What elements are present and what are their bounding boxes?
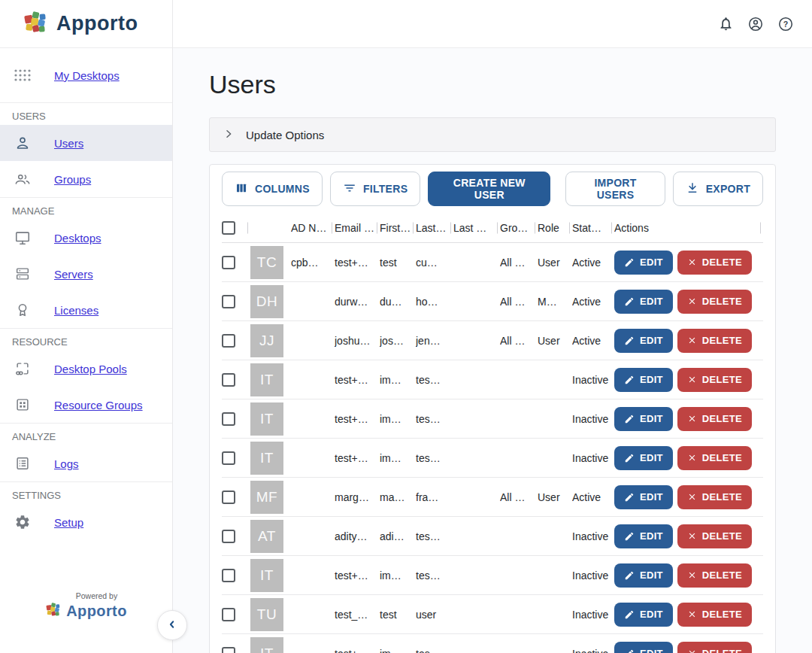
delete-button[interactable]: DELETE (677, 524, 752, 548)
delete-button[interactable]: DELETE (677, 407, 752, 431)
delete-button[interactable]: DELETE (677, 251, 752, 275)
sidebar-item-groups[interactable]: Groups (0, 161, 172, 197)
sidebar-link-logs[interactable]: Logs (54, 457, 79, 470)
row-checkbox[interactable] (222, 256, 235, 269)
sidebar-collapse-button[interactable] (157, 610, 187, 640)
row-checkbox[interactable] (222, 412, 235, 426)
table-row: ITtest+…im…tes…InactiveEDITDELETE (222, 556, 763, 595)
edit-button[interactable]: EDIT (614, 603, 673, 627)
table-row: TCcpb…test+…testcu…All …UserActiveEDITDE… (222, 243, 763, 282)
sidebar-link-desktops[interactable]: Desktops (54, 232, 102, 244)
row-checkbox[interactable] (222, 491, 235, 504)
sidebar-link-resource-groups[interactable]: Resource Groups (54, 399, 143, 412)
header-last-name[interactable]: Last… (416, 222, 453, 234)
sidebar-link-users[interactable]: Users (54, 137, 83, 150)
delete-button[interactable]: DELETE (677, 485, 752, 509)
cell-role: M… (538, 296, 572, 308)
row-checkbox[interactable] (222, 295, 235, 308)
delete-button[interactable]: DELETE (677, 329, 752, 353)
delete-button[interactable]: DELETE (677, 603, 752, 627)
cell-status: Inactive (572, 452, 614, 464)
create-new-user-button[interactable]: CREATE NEW USER (428, 172, 550, 206)
delete-button[interactable]: DELETE (677, 563, 752, 588)
sidebar-link-setup[interactable]: Setup (54, 516, 83, 529)
help-button[interactable]: ? (774, 13, 797, 35)
edit-button[interactable]: EDIT (614, 251, 673, 275)
delete-button[interactable]: DELETE (677, 290, 752, 314)
sidebar: Apporto My Desktops USERS (0, 0, 173, 653)
select-all-checkbox[interactable] (222, 221, 235, 235)
header-ad-name[interactable]: AD N… (291, 222, 335, 234)
pencil-icon (624, 257, 635, 268)
sidebar-link-groups[interactable]: Groups (54, 173, 91, 186)
gear-icon (14, 513, 32, 531)
delete-button[interactable]: DELETE (677, 446, 752, 470)
sidebar-item-setup[interactable]: Setup (0, 504, 172, 540)
cell-actions: EDITDELETE (614, 368, 763, 392)
edit-button[interactable]: EDIT (614, 329, 673, 353)
avatar-cell: MF (250, 481, 291, 514)
sidebar-item-servers[interactable]: Servers (0, 256, 172, 292)
cell-last-name: jen… (416, 335, 453, 347)
edit-button[interactable]: EDIT (614, 485, 673, 509)
row-checkbox[interactable] (222, 569, 235, 582)
delete-button[interactable]: DELETE (677, 368, 752, 392)
sidebar-item-desktops[interactable]: Desktops (0, 220, 172, 256)
edit-button[interactable]: EDIT (614, 446, 673, 470)
edit-button[interactable]: EDIT (614, 290, 673, 314)
sidebar-item-my-desktops[interactable]: My Desktops (0, 48, 172, 102)
x-icon (687, 414, 697, 424)
row-checkbox[interactable] (222, 373, 235, 387)
cell-groups: All … (500, 296, 538, 308)
edit-button[interactable]: EDIT (614, 524, 673, 548)
sidebar-link-servers[interactable]: Servers (54, 268, 93, 281)
cell-email: marg… (335, 491, 380, 503)
delete-button[interactable]: DELETE (677, 642, 752, 653)
bell-icon (718, 16, 734, 32)
row-checkbox[interactable] (222, 451, 235, 465)
header-last-login[interactable]: Last … (453, 222, 500, 234)
row-checkbox[interactable] (222, 334, 235, 348)
cell-groups: All … (500, 335, 538, 347)
sidebar-item-logs[interactable]: Logs (0, 445, 172, 481)
row-checkbox-cell (222, 373, 250, 387)
sidebar-link-desktop-pools[interactable]: Desktop Pools (54, 363, 127, 375)
cell-first-name: test (380, 609, 416, 621)
filter-icon (343, 181, 356, 197)
sidebar-item-users[interactable]: Users (0, 125, 172, 161)
pencil-icon (624, 336, 635, 346)
sidebar-item-resource-groups[interactable]: Resource Groups (0, 387, 172, 423)
pencil-icon (624, 414, 635, 424)
edit-button[interactable]: EDIT (614, 368, 673, 392)
row-checkbox-cell (222, 295, 250, 308)
avatar-cell: IT (250, 637, 291, 653)
cell-actions: EDITDELETE (614, 642, 763, 653)
edit-button[interactable]: EDIT (614, 642, 673, 653)
header-email[interactable]: Email … (335, 222, 380, 234)
sidebar-item-licenses[interactable]: Licenses (0, 292, 172, 328)
notifications-button[interactable] (714, 13, 737, 35)
edit-button[interactable]: EDIT (614, 407, 673, 431)
sidebar-link-licenses[interactable]: Licenses (54, 304, 98, 317)
export-button[interactable]: EXPORT (673, 172, 763, 206)
header-status[interactable]: Stat… (572, 222, 614, 234)
columns-button[interactable]: COLUMNS (222, 172, 323, 206)
row-checkbox[interactable] (222, 647, 235, 653)
import-users-button[interactable]: IMPORT USERS (565, 172, 665, 206)
app-logo[interactable]: Apporto (0, 0, 172, 48)
cell-first-name: im… (380, 452, 416, 464)
avatar: MF (250, 481, 283, 514)
filters-button[interactable]: FILTERS (330, 172, 420, 206)
edit-button[interactable]: EDIT (614, 563, 673, 588)
row-checkbox[interactable] (222, 530, 235, 543)
header-groups[interactable]: Gro… (500, 222, 538, 234)
account-button[interactable] (744, 13, 767, 35)
server-icon (14, 265, 32, 283)
table-toolbar: COLUMNS FILTERS CREATE NEW USER (222, 165, 763, 213)
row-checkbox[interactable] (222, 608, 235, 621)
header-role[interactable]: Role (538, 222, 572, 234)
sidebar-item-desktop-pools[interactable]: Desktop Pools (0, 351, 172, 387)
sidebar-link-my-desktops[interactable]: My Desktops (54, 69, 120, 82)
update-options-expander[interactable]: Update Options (209, 117, 776, 152)
header-first-name[interactable]: First… (380, 222, 416, 234)
